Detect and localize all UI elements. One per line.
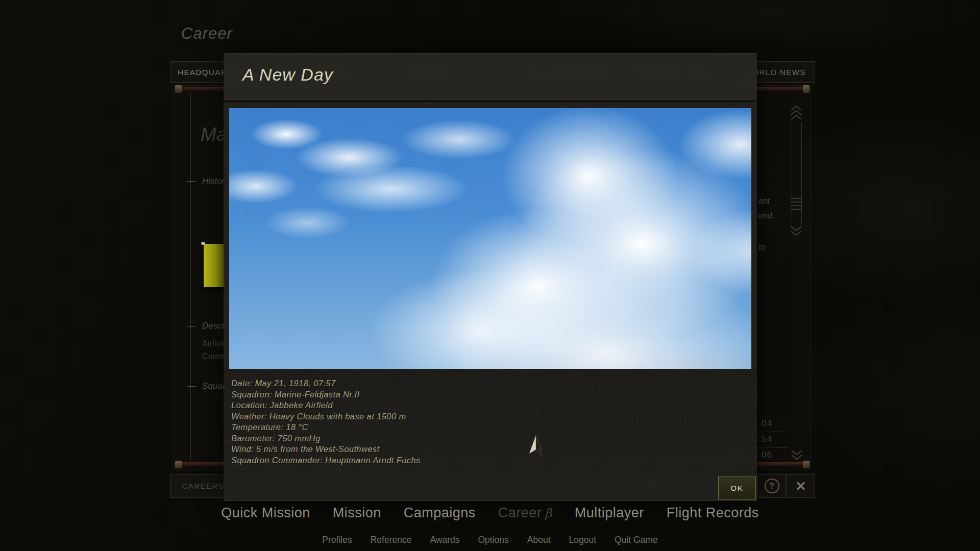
row-number-2: 54 bbox=[762, 434, 772, 444]
squadron-collapse-icon[interactable]: — bbox=[187, 382, 195, 391]
history-collapse-icon[interactable]: — bbox=[187, 177, 195, 186]
scrollbar-grip[interactable] bbox=[791, 198, 802, 211]
squadron-title-fragment: Ma bbox=[201, 124, 227, 145]
briefing-weather: Weather: Heavy Clouds with base at 1500 … bbox=[231, 411, 619, 422]
squadron-flag-image bbox=[204, 244, 225, 287]
help-button[interactable]: ? bbox=[757, 474, 786, 498]
list-scroll-down-icon[interactable] bbox=[790, 448, 803, 461]
help-icon: ? bbox=[765, 479, 779, 493]
rod-knob-top-right bbox=[803, 85, 810, 93]
footer-about[interactable]: About bbox=[527, 535, 551, 545]
close-icon: ✕ bbox=[795, 480, 806, 493]
footer-quit-game[interactable]: Quit Game bbox=[615, 535, 658, 545]
rod-knob-bottom-right bbox=[803, 461, 810, 468]
flag-finial bbox=[201, 242, 205, 245]
nav-mission[interactable]: Mission bbox=[333, 505, 381, 521]
briefing-text: Date: May 21, 1918, 07:57 Squadron: Mari… bbox=[231, 378, 619, 466]
rod-knob-top-left bbox=[175, 85, 182, 93]
footer-options[interactable]: Options bbox=[478, 535, 508, 545]
new-day-dialog: A New Day Date: May 21, 1918, 07:57 Squa… bbox=[224, 53, 757, 501]
close-button[interactable]: ✕ bbox=[787, 474, 815, 498]
briefing-wind: Wind: 5 m/s from the West-Southwest bbox=[231, 444, 619, 455]
scroll-up-icon[interactable] bbox=[790, 105, 802, 122]
row-number-1: 04 bbox=[762, 418, 772, 429]
nav-multiplayer[interactable]: Multiplayer bbox=[575, 505, 644, 521]
text-fragment-end: end. bbox=[758, 211, 774, 220]
briefing-location: Location: Jabbeke Airfield bbox=[231, 400, 619, 411]
panel-left-rule bbox=[190, 93, 191, 461]
dialog-title: A New Day bbox=[242, 65, 333, 85]
description-section-label: Descri bbox=[202, 321, 227, 331]
text-fragment-ant: ant bbox=[758, 196, 770, 206]
briefing-commander: Squadron Commander: Hauptmann Arndt Fuch… bbox=[231, 455, 619, 466]
footer-awards[interactable]: Awards bbox=[430, 535, 459, 545]
briefing-barometer: Barometer: 750 mmHg bbox=[231, 433, 619, 444]
description-collapse-icon[interactable]: — bbox=[187, 321, 195, 331]
briefing-temperature: Temperature: 18 °C bbox=[231, 422, 619, 433]
page-title: Career bbox=[181, 24, 233, 43]
briefing-squadron: Squadron: Marine-Feldjasta Nr.II bbox=[231, 389, 619, 400]
beta-badge: β bbox=[545, 506, 552, 520]
nav-campaigns[interactable]: Campaigns bbox=[404, 505, 476, 521]
briefing-date: Date: May 21, 1918, 07:57 bbox=[231, 378, 619, 389]
nav-quick-mission[interactable]: Quick Mission bbox=[221, 505, 310, 521]
rod-knob-bottom-left bbox=[175, 461, 182, 468]
footer-logout[interactable]: Logout bbox=[569, 535, 597, 545]
row-number-3: 06 bbox=[762, 450, 772, 460]
text-fragment-to: to bbox=[758, 243, 765, 252]
mouse-cursor bbox=[529, 435, 547, 460]
weather-sky-image bbox=[229, 108, 751, 369]
nav-flight-records[interactable]: Flight Records bbox=[667, 505, 759, 521]
nav-career[interactable]: Careerβ bbox=[498, 505, 552, 521]
ok-button[interactable]: OK bbox=[718, 477, 756, 499]
footer-nav: Profiles Reference Awards Options About … bbox=[0, 535, 980, 545]
footer-reference[interactable]: Reference bbox=[371, 535, 412, 545]
primary-nav: Quick Mission Mission Campaigns Careerβ … bbox=[0, 505, 980, 521]
history-section-label: Histor bbox=[202, 176, 225, 186]
scroll-down-icon[interactable] bbox=[790, 224, 802, 237]
career-screen: { "page": { "title": "Career", "top_nav"… bbox=[0, 0, 980, 551]
footer-profiles[interactable]: Profiles bbox=[322, 535, 352, 545]
